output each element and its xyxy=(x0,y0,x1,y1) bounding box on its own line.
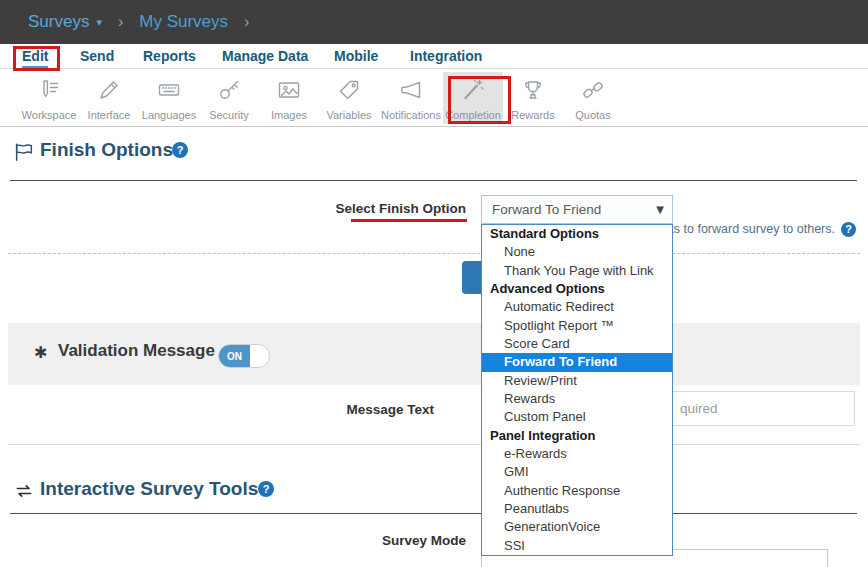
dropdown-option[interactable]: Review/Print xyxy=(482,372,672,390)
toolbar-item-security[interactable]: Security xyxy=(199,72,259,124)
divider xyxy=(8,444,860,445)
finish-options-title: Finish Options xyxy=(40,139,173,161)
key-icon xyxy=(217,78,241,106)
dropdown-option[interactable]: Spotlight Report ™ xyxy=(482,317,672,335)
flag-icon xyxy=(13,141,35,167)
toolbar-item-label: Interface xyxy=(88,109,131,121)
pencil-list-icon xyxy=(37,78,61,106)
help-icon[interactable]: ? xyxy=(841,222,856,237)
finish-option-select[interactable]: Forward To Friend ▼ xyxy=(481,195,673,224)
toolbar-item-label: Security xyxy=(209,109,249,121)
toolbar-item-label: Workspace xyxy=(22,109,77,121)
toolbar-item-notifications[interactable]: Notifications xyxy=(379,72,443,124)
tab-send[interactable]: Send xyxy=(80,48,114,64)
dropdown-group: Advanced Options xyxy=(482,280,672,298)
tab-reports[interactable]: Reports xyxy=(143,48,196,64)
image-icon xyxy=(277,78,301,106)
dropdown-option[interactable]: Custom Panel xyxy=(482,408,672,426)
tab-edit[interactable]: Edit xyxy=(22,48,48,68)
tab-manage-data[interactable]: Manage Data xyxy=(222,48,308,64)
divider-dashed xyxy=(8,253,860,254)
dropdown-option[interactable]: e-Rewards xyxy=(482,445,672,463)
dropdown-option[interactable]: Automatic Redirect xyxy=(482,298,672,316)
dropdown-option[interactable]: SSI xyxy=(482,537,672,555)
icon-toolbar: Workspace Interface Languages Security I… xyxy=(0,69,868,127)
survey-mode-label: Survey Mode xyxy=(266,533,466,548)
divider xyxy=(10,513,857,514)
app-screen: Surveys ▾ › My Surveys › Edit Send Repor… xyxy=(0,0,868,567)
finish-option-dropdown: Standard Options None Thank You Page wit… xyxy=(481,224,673,556)
dropdown-group: Standard Options xyxy=(482,225,672,243)
dropdown-group: Panel Integration xyxy=(482,427,672,445)
tab-integration[interactable]: Integration xyxy=(410,48,482,64)
paintbrush-icon xyxy=(97,78,121,106)
toolbar-item-languages[interactable]: Languages xyxy=(139,72,199,124)
finish-option-select-value: Forward To Friend xyxy=(492,202,601,217)
breadcrumb-my-surveys[interactable]: My Surveys xyxy=(139,12,228,32)
dropdown-option-selected[interactable]: Forward To Friend xyxy=(482,353,672,371)
breadcrumb-root-label: Surveys xyxy=(28,12,89,32)
tag-icon xyxy=(337,78,361,106)
nav-tabs: Edit Send Reports Manage Data Mobile Int… xyxy=(0,44,868,69)
finish-option-helper: ents to forward survey to others. ? xyxy=(656,220,856,238)
dropdown-option[interactable]: GenerationVoice xyxy=(482,518,672,536)
dropdown-option[interactable]: Peanutlabs xyxy=(482,500,672,518)
message-text-label: Message Text xyxy=(234,402,434,417)
breadcrumb-separator: › xyxy=(118,13,123,31)
toolbar-item-rewards[interactable]: Rewards xyxy=(503,72,563,124)
toolbar-item-label: Languages xyxy=(142,109,196,121)
tab-mobile[interactable]: Mobile xyxy=(334,48,378,64)
dropdown-option[interactable]: Score Card xyxy=(482,335,672,353)
dropdown-option[interactable]: GMI xyxy=(482,463,672,481)
toolbar-item-label: Variables xyxy=(326,109,371,121)
swap-arrows-icon xyxy=(13,481,35,505)
dropdown-option[interactable]: Thank You Page with Link xyxy=(482,262,672,280)
dropdown-option[interactable]: Rewards xyxy=(482,390,672,408)
select-finish-option-label: Select Finish Option xyxy=(266,201,466,216)
toolbar-item-workspace[interactable]: Workspace xyxy=(19,72,79,124)
toolbar-item-label: Rewards xyxy=(511,109,554,121)
helper-text: ents to forward survey to others. xyxy=(656,222,835,236)
asterisk-icon: ✱ xyxy=(34,343,47,362)
message-text-value: quired xyxy=(680,401,718,416)
divider xyxy=(10,180,857,181)
breadcrumb-separator: › xyxy=(244,13,249,31)
dropdown-option[interactable]: Authentic Response xyxy=(482,482,672,500)
magic-wand-icon xyxy=(461,78,485,106)
help-icon[interactable]: ? xyxy=(258,481,274,497)
toolbar-item-label: Notifications xyxy=(381,109,441,121)
toolbar-item-images[interactable]: Images xyxy=(259,72,319,124)
toolbar-item-completion[interactable]: Completion xyxy=(443,72,503,124)
toolbar-item-label: Quotas xyxy=(575,109,610,121)
annotation-underline xyxy=(351,219,467,222)
chevron-down-icon: ▾ xyxy=(96,16,102,29)
breadcrumb-surveys-menu[interactable]: Surveys ▾ xyxy=(28,12,102,32)
toolbar-item-interface[interactable]: Interface xyxy=(79,72,139,124)
keyboard-icon xyxy=(157,78,181,106)
trophy-icon xyxy=(521,78,545,106)
interactive-tools-title: Interactive Survey Tools xyxy=(40,478,258,500)
toolbar-item-label: Completion xyxy=(445,109,501,121)
toggle-on-label: ON xyxy=(219,345,250,367)
help-icon[interactable]: ? xyxy=(172,142,188,158)
toolbar-item-label: Images xyxy=(271,109,307,121)
validation-toggle[interactable]: ON xyxy=(218,344,270,368)
select-caret-icon: ▼ xyxy=(656,196,664,223)
chain-links-icon xyxy=(581,78,605,106)
megaphone-icon xyxy=(399,78,423,106)
topbar: Surveys ▾ › My Surveys › xyxy=(0,0,868,44)
dropdown-option[interactable]: None xyxy=(482,243,672,261)
toolbar-item-variables[interactable]: Variables xyxy=(319,72,379,124)
validation-title: Validation Message xyxy=(58,341,215,361)
toolbar-item-quotas[interactable]: Quotas xyxy=(563,72,623,124)
